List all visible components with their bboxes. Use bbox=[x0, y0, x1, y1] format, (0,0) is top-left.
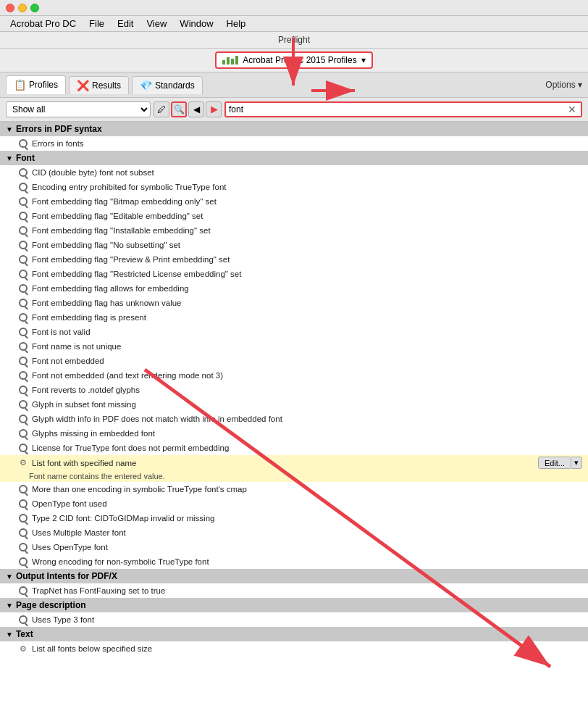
close-button[interactable] bbox=[6, 4, 14, 12]
list-item[interactable]: TrapNet has FontFauxing set to true bbox=[0, 583, 588, 598]
search-icon bbox=[17, 442, 29, 454]
chevron-down-icon: ▼ bbox=[6, 125, 13, 133]
tab-bar: 📋 Profiles ❌ Results 💎 Standards Options… bbox=[0, 72, 588, 98]
edit-button[interactable]: Edit... bbox=[538, 457, 571, 469]
menu-edit[interactable]: Edit bbox=[112, 17, 139, 30]
list-item[interactable]: OpenType font used bbox=[0, 496, 588, 511]
list-item[interactable]: Font embedding flag "Preview & Print emb… bbox=[0, 252, 588, 267]
list-item[interactable]: Font embedding flag "No subsetting" set bbox=[0, 238, 588, 252]
item-label: Font not embedded (and text rendering mo… bbox=[32, 371, 223, 380]
tab-results[interactable]: ❌ Results bbox=[69, 76, 129, 94]
search-icon bbox=[17, 370, 29, 381]
list-item[interactable]: Glyph width info in PDF does not match w… bbox=[0, 412, 588, 426]
search-icon bbox=[17, 268, 29, 280]
list-item[interactable]: Errors in fonts bbox=[0, 136, 588, 151]
gear-icon: ⚙ bbox=[17, 457, 29, 469]
search-icon bbox=[17, 483, 29, 495]
minimize-button[interactable] bbox=[18, 4, 27, 12]
item-label: TrapNet has FontFauxing set to true bbox=[32, 586, 165, 595]
item-label: License for TrueType font does not permi… bbox=[32, 444, 229, 452]
tab-profiles[interactable]: 📋 Profiles bbox=[6, 75, 66, 94]
options-button[interactable]: Options ▾ bbox=[545, 80, 582, 90]
menu-file[interactable]: File bbox=[83, 17, 110, 30]
profiles-dropdown-bar: Acrobat Pro DC 2015 Profiles ▾ bbox=[0, 49, 588, 72]
item-label: Font embedding flag is present bbox=[32, 313, 146, 322]
list-item[interactable]: Font embedding flag "Restricted License … bbox=[0, 267, 588, 281]
list-item[interactable]: Font embedding flag allows for embedding bbox=[0, 281, 588, 296]
menu-help[interactable]: Help bbox=[221, 17, 252, 30]
list-item[interactable]: Font embedding flag "Bitmap embedding on… bbox=[0, 194, 588, 209]
item-label: Font embedding flag allows for embedding bbox=[32, 284, 189, 293]
list-item[interactable]: Encoding entry prohibited for symbolic T… bbox=[0, 180, 588, 194]
menu-acrobat[interactable]: Acrobat Pro DC bbox=[4, 17, 82, 30]
list-item[interactable]: Type 2 CID font: CIDToGIDMap invalid or … bbox=[0, 511, 588, 525]
toolbar-btn-forward[interactable]: ▶ bbox=[206, 101, 222, 117]
list-item[interactable]: Font not embedded bbox=[0, 354, 588, 368]
section-errors-pdf-syntax: ▼ Errors in PDF syntax bbox=[0, 122, 588, 136]
toolbar-btn-new[interactable]: 🖊 bbox=[154, 101, 169, 117]
search-box: ✕ bbox=[224, 101, 582, 117]
list-item[interactable]: More than one encoding in symbolic TrueT… bbox=[0, 482, 588, 496]
clear-search-button[interactable]: ✕ bbox=[566, 104, 578, 115]
list-item[interactable]: Font is not valid bbox=[0, 325, 588, 339]
item-label: Font name is not unique bbox=[32, 342, 121, 351]
list-item[interactable]: Uses Type 3 font bbox=[0, 612, 588, 627]
search-icon bbox=[17, 239, 29, 251]
search-icon bbox=[17, 614, 29, 625]
search-icon bbox=[17, 138, 29, 149]
search-icon bbox=[17, 384, 29, 396]
search-icon bbox=[17, 326, 29, 338]
item-label: CID (double byte) font not subset bbox=[32, 168, 154, 177]
item-label: Glyph width info in PDF does not match w… bbox=[32, 415, 282, 423]
item-label: Font embedding flag "Bitmap embedding on… bbox=[32, 197, 217, 206]
list-item[interactable]: ⚙ List all fonts below specified size bbox=[0, 641, 588, 656]
list-item[interactable]: Font name is not unique bbox=[0, 339, 588, 354]
search-icon bbox=[17, 498, 29, 509]
chevron-down-icon: ▼ bbox=[6, 154, 13, 162]
list-item[interactable]: CID (double byte) font not subset bbox=[0, 165, 588, 180]
toolbar-icons: 🖊 🔍 ◀ ▶ bbox=[154, 101, 222, 117]
menu-bar: Acrobat Pro DC File Edit View Window Hel… bbox=[0, 16, 588, 32]
bar-chart-icon bbox=[222, 56, 238, 65]
main-content: ▼ Errors in PDF syntax Errors in fonts ▼… bbox=[0, 122, 588, 724]
edit-dropdown-arrow-icon[interactable]: ▾ bbox=[571, 457, 582, 469]
list-item[interactable]: Font embedding flag is present bbox=[0, 310, 588, 325]
list-item[interactable]: Font embedding flag "Editable embedding"… bbox=[0, 209, 588, 223]
item-label: Font embedding flag "Restricted License … bbox=[32, 270, 241, 278]
maximize-button[interactable] bbox=[30, 4, 39, 12]
list-item[interactable]: Glyph in subset font missing bbox=[0, 397, 588, 412]
search-toolbar-button[interactable]: 🔍 bbox=[171, 101, 187, 117]
show-all-dropdown[interactable]: Show all bbox=[6, 101, 151, 117]
item-label: Wrong encoding for non-symbolic TrueType… bbox=[32, 557, 209, 566]
search-icon bbox=[17, 283, 29, 294]
list-item[interactable]: License for TrueType font does not permi… bbox=[0, 441, 588, 455]
list-item[interactable]: Wrong encoding for non-symbolic TrueType… bbox=[0, 554, 588, 569]
item-label: Uses OpenType font bbox=[32, 543, 108, 552]
search-icon bbox=[17, 181, 29, 193]
list-item[interactable]: Uses OpenType font bbox=[0, 540, 588, 554]
results-tab-icon: ❌ bbox=[77, 80, 89, 91]
list-item[interactable]: Font embedding flag has unknown value bbox=[0, 296, 588, 310]
list-item-highlighted[interactable]: ⚙ List font with specified name Edit... … bbox=[0, 455, 588, 470]
item-label: More than one encoding in symbolic TrueT… bbox=[32, 485, 247, 494]
menu-view[interactable]: View bbox=[140, 17, 172, 30]
chevron-down-icon: ▼ bbox=[6, 602, 13, 609]
chevron-down-icon: ▼ bbox=[6, 631, 13, 638]
search-icon bbox=[17, 297, 29, 309]
list-item[interactable]: Glyphs missing in embedded font bbox=[0, 426, 588, 441]
search-input[interactable] bbox=[229, 104, 566, 115]
list-item[interactable]: Font reverts to .notdef glyphs bbox=[0, 383, 588, 397]
profiles-dropdown[interactable]: Acrobat Pro DC 2015 Profiles ▾ bbox=[215, 51, 372, 69]
search-icon bbox=[17, 512, 29, 524]
item-label: Font embedding flag "Installable embeddi… bbox=[32, 226, 211, 235]
list-item[interactable]: Font embedding flag "Installable embeddi… bbox=[0, 223, 588, 238]
list-item[interactable]: Font not embedded (and text rendering mo… bbox=[0, 368, 588, 383]
item-label: Uses Multiple Master font bbox=[32, 528, 126, 537]
list-item[interactable]: Uses Multiple Master font bbox=[0, 525, 588, 540]
item-description: Font name contains the entered value. bbox=[0, 470, 588, 482]
toolbar-btn-back[interactable]: ◀ bbox=[188, 101, 204, 117]
search-icon bbox=[17, 585, 29, 596]
menu-window[interactable]: Window bbox=[174, 17, 219, 30]
tab-standards[interactable]: 💎 Standards bbox=[132, 76, 203, 94]
item-label: Glyph in subset font missing bbox=[32, 400, 136, 409]
